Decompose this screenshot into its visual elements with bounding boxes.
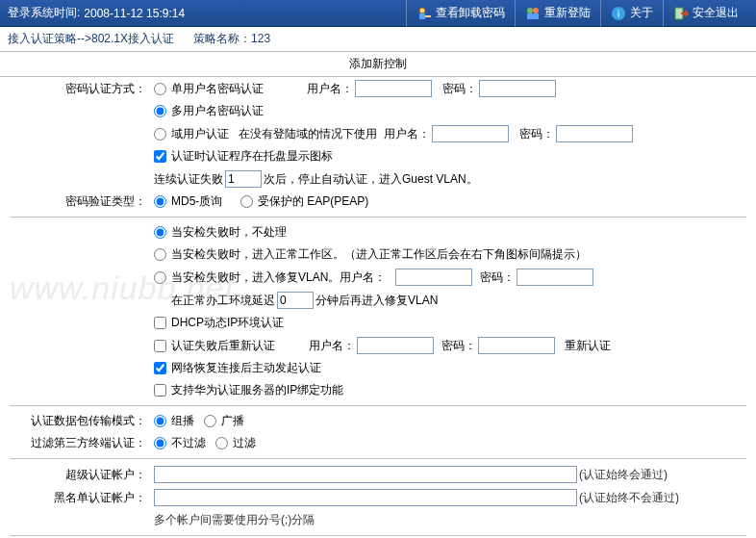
svg-point-4 <box>533 8 539 13</box>
checkbox-huawei-label: 支持华为认证服务器的IP绑定功能 <box>171 382 343 398</box>
exit-icon <box>673 6 689 21</box>
checkbox-reauth[interactable]: 认证失败后重新认证 <box>154 338 275 354</box>
user-key-icon <box>416 6 432 21</box>
svg-rect-5 <box>527 13 539 19</box>
domain-pwd-label: 密码： <box>519 126 554 142</box>
radio-sec-fix[interactable]: 当安检失败时，进入修复VLAN。用户名： <box>154 269 386 286</box>
fix-pwd-input[interactable] <box>517 269 593 286</box>
checkbox-huawei[interactable]: 支持华为认证服务器的IP绑定功能 <box>154 382 343 398</box>
radio-peap-label: 受保护的 EAP(PEAP) <box>258 193 368 210</box>
radio-multicast[interactable]: 组播 <box>154 413 194 429</box>
fail-post: 次后，停止自动认证，进入Guest VLAN。 <box>264 171 478 188</box>
radio-filter-yes[interactable]: 过滤 <box>215 435 256 451</box>
domain-pwd-input[interactable] <box>556 125 633 142</box>
policy-name-label: 策略名称： <box>193 32 251 45</box>
radio-multi-user[interactable]: 多用户名密码认证 <box>154 103 264 119</box>
radio-single-user-label: 单用户名密码认证 <box>171 81 264 97</box>
transport-label: 认证数据包传输模式： <box>10 413 154 429</box>
radio-sec-fix-label: 当安检失败时，进入修复VLAN。用户名： <box>171 269 386 286</box>
filter-label: 过滤第三方终端认证： <box>10 435 154 451</box>
info-icon: i <box>611 6 626 21</box>
black-acct-input[interactable] <box>154 489 577 506</box>
content: www.niubb.net 密码认证方式： 单用户名密码认证 用户名： 密码： … <box>0 77 756 538</box>
radio-filter-no-label: 不过滤 <box>171 435 206 451</box>
domain-user-input[interactable] <box>432 125 509 142</box>
reauth-pwd-input[interactable] <box>478 337 555 354</box>
nav-exit[interactable]: 安全退出 <box>663 0 748 27</box>
radio-sec-normal-label: 当安检失败时，进入正常工作区。（进入正常工作区后会在右下角图标间隔提示） <box>171 246 587 263</box>
svg-rect-2 <box>425 15 431 17</box>
nav-view-password-label: 查看卸载密码 <box>436 5 505 21</box>
breadcrumb-path: 接入认证策略-->802.1X接入认证 <box>8 32 174 45</box>
radio-sec-normal[interactable]: 当安检失败时，进入正常工作区。（进入正常工作区后会在右下角图标间隔提示） <box>154 246 587 263</box>
topbar-right: 查看卸载密码 重新登陆 i 关于 安全退出 <box>406 0 748 27</box>
radio-peap[interactable]: 受保护的 EAP(PEAP) <box>240 193 368 210</box>
topbar: 登录系统时间: 2008-11-12 15:9:14 查看卸载密码 重新登陆 i… <box>0 0 756 27</box>
nav-about-label: 关于 <box>630 5 653 21</box>
delay-post: 分钟后再进入修复VLAN <box>315 293 438 309</box>
radio-domain-user[interactable]: 域用户认证 <box>154 126 229 142</box>
black-acct-hint: 多个帐户间需要使用分号(;)分隔 <box>154 512 315 528</box>
super-acct-label: 超级认证帐户： <box>10 467 154 483</box>
checkbox-tray-icon[interactable]: 认证时认证程序在托盘显示图标 <box>154 148 333 165</box>
fail-count-input[interactable] <box>225 170 262 188</box>
radio-filter-yes-label: 过滤 <box>233 435 256 451</box>
domain-user-label: 用户名： <box>384 126 430 142</box>
radio-single-user[interactable]: 单用户名密码认证 <box>154 81 264 97</box>
single-user-label: 用户名： <box>307 81 353 97</box>
radio-domain-user-label: 域用户认证 <box>171 126 229 142</box>
black-acct-note: (认证始终不会通过) <box>579 490 679 506</box>
single-pwd-label: 密码： <box>442 81 477 97</box>
radio-multicast-label: 组播 <box>171 413 194 429</box>
radio-broadcast-label: 广播 <box>221 413 244 429</box>
pwd-verify-label: 密码验证类型： <box>10 193 154 210</box>
nav-exit-label: 安全退出 <box>693 5 739 21</box>
checkbox-dhcp[interactable]: DHCP动态IP环境认证 <box>154 315 284 331</box>
nav-about[interactable]: i 关于 <box>600 0 663 27</box>
super-acct-input[interactable] <box>154 466 577 483</box>
topbar-left: 登录系统时间: 2008-11-12 15:9:14 <box>8 5 406 21</box>
section-title: 添加新控制 <box>0 52 756 77</box>
nav-relogin[interactable]: 重新登陆 <box>515 0 600 27</box>
svg-point-3 <box>527 8 533 13</box>
pwd-auth-label: 密码认证方式： <box>10 81 154 97</box>
nav-view-password[interactable]: 查看卸载密码 <box>406 0 515 27</box>
breadcrumb: 接入认证策略-->802.1X接入认证 策略名称：123 <box>0 27 756 52</box>
reauth-action[interactable]: 重新认证 <box>565 338 611 354</box>
checkbox-dhcp-label: DHCP动态IP环境认证 <box>171 315 284 331</box>
fix-user-input[interactable] <box>395 269 472 286</box>
reauth-user-input[interactable] <box>357 337 434 354</box>
svg-text:i: i <box>617 9 619 19</box>
fail-pre: 连续认证失败 <box>154 171 223 188</box>
reauth-pwd-label: 密码： <box>441 338 476 354</box>
radio-broadcast[interactable]: 广播 <box>204 413 244 429</box>
single-pwd-input[interactable] <box>479 80 556 97</box>
black-acct-label: 黑名单认证帐户： <box>10 490 154 506</box>
svg-rect-1 <box>419 13 425 19</box>
super-acct-note: (认证始终会通过) <box>579 467 668 483</box>
policy-name-value: 123 <box>251 32 270 45</box>
radio-md5[interactable]: MD5-质询 <box>154 193 222 210</box>
nav-relogin-label: 重新登陆 <box>544 5 591 21</box>
radio-sec-none[interactable]: 当安检失败时，不处理 <box>154 224 287 241</box>
fix-pwd-label: 密码： <box>480 269 515 286</box>
checkbox-network-recover[interactable]: 网络恢复连接后主动发起认证 <box>154 360 321 376</box>
radio-md5-label: MD5-质询 <box>171 193 222 210</box>
single-user-input[interactable] <box>355 80 432 97</box>
radio-multi-user-label: 多用户名密码认证 <box>171 103 264 119</box>
checkbox-tray-label: 认证时认证程序在托盘显示图标 <box>171 148 333 165</box>
login-time-label: 登录系统时间: <box>8 5 80 21</box>
checkbox-network-label: 网络恢复连接后主动发起认证 <box>171 360 321 376</box>
domain-note: 在没有登陆域的情况下使用 <box>239 126 377 142</box>
users-icon <box>525 6 541 21</box>
delay-input[interactable] <box>277 292 314 309</box>
radio-filter-no[interactable]: 不过滤 <box>154 435 206 451</box>
svg-point-0 <box>419 8 425 13</box>
login-time-value: 2008-11-12 15:9:14 <box>84 7 185 20</box>
reauth-user-label: 用户名： <box>309 338 355 354</box>
radio-sec-none-label: 当安检失败时，不处理 <box>171 224 287 241</box>
checkbox-reauth-label: 认证失败后重新认证 <box>171 338 275 354</box>
delay-pre: 在正常办工环境延迟 <box>171 293 275 309</box>
